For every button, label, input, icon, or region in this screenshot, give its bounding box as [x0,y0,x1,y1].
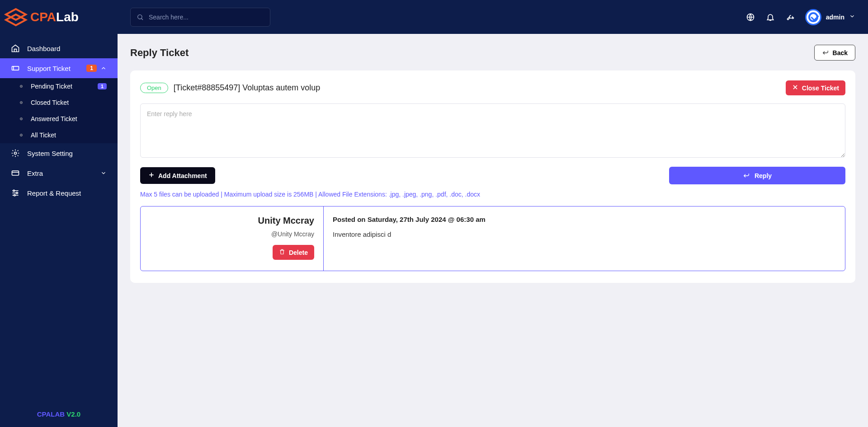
delete-label: Delete [289,249,308,256]
wrench-icon[interactable] [785,12,795,22]
sidebar: CPALab Dashboard Support Ticket 1 [0,0,118,427]
ticket-icon [11,64,20,73]
add-attachment-button[interactable]: Add Attachment [140,167,215,184]
sidebar-item-support-ticket[interactable]: Support Ticket 1 [0,58,118,78]
message-body: Inventore adipisci d [333,230,836,238]
reply-button[interactable]: Reply [669,167,845,184]
page-title: Reply Ticket [130,47,189,59]
count-badge: 1 [98,83,107,89]
avatar [805,9,821,25]
circle-icon [18,116,24,122]
sidebar-item-extra[interactable]: Extra [0,163,118,183]
svg-rect-0 [12,66,19,70]
sidebar-subitem-label: All Ticket [31,131,107,139]
search-input[interactable] [130,8,270,27]
card-icon [11,169,20,178]
sidebar-item-system-setting[interactable]: System Setting [0,143,118,163]
sidebar-subitem-answered-ticket[interactable]: Answered Ticket [0,111,118,127]
chevron-down-icon [100,170,107,176]
nav: Dashboard Support Ticket 1 Pending Ticke… [0,34,118,401]
sidebar-footer: CPALAB V2.0 [0,401,118,427]
sliders-icon [11,188,20,197]
upload-hint: Max 5 files can be uploaded | Maximum up… [140,191,845,198]
logo-icon [2,4,29,31]
message-posted: Posted on Saturday, 27th July 2024 @ 06:… [333,216,836,223]
sidebar-item-report-request[interactable]: Report & Request [0,183,118,203]
sidebar-item-label: Support Ticket [27,65,86,72]
svg-point-6 [21,119,22,119]
sidebar-subitem-closed-ticket[interactable]: Closed Ticket [0,94,118,111]
svg-point-13 [14,194,15,196]
sidebar-item-label: Report & Request [27,189,107,197]
close-ticket-label: Close Ticket [802,84,839,92]
search-icon [137,14,144,21]
search-wrap [130,8,270,27]
circle-icon [18,83,24,89]
sidebar-subitem-label: Answered Ticket [31,115,107,122]
message-handle: @Unity Mccray [150,230,314,238]
sidebar-item-label: System Setting [27,150,107,157]
reply-arrow-icon [822,48,829,57]
message-user: Unity Mccray [150,216,314,226]
svg-point-2 [21,86,22,87]
back-button[interactable]: Back [814,45,855,61]
plus-icon [148,172,155,179]
reply-textarea[interactable] [140,103,845,158]
svg-point-9 [14,152,17,155]
message-card: Unity Mccray @Unity Mccray Delete Posted… [140,206,845,271]
globe-icon[interactable] [745,12,755,22]
reply-arrow-icon [743,171,750,180]
circle-icon [18,132,24,138]
bell-icon[interactable] [765,12,775,22]
username: admin [826,14,844,21]
trash-icon [279,249,285,256]
close-icon [792,84,798,92]
content: Reply Ticket Back Open [Ticket#88855497]… [118,34,868,427]
sub-nav: Pending Ticket 1 Closed Ticket Answered … [0,78,118,143]
topbar: admin [118,0,868,34]
add-attachment-label: Add Attachment [158,172,207,179]
sidebar-subitem-label: Closed Ticket [31,99,107,106]
logo[interactable]: CPALab [0,0,118,34]
svg-point-8 [21,135,22,136]
svg-point-11 [13,190,14,191]
svg-point-4 [21,103,22,103]
chevron-down-icon [849,13,855,21]
sidebar-subitem-pending-ticket[interactable]: Pending Ticket 1 [0,78,118,94]
close-ticket-button[interactable]: Close Ticket [786,80,845,95]
chevron-up-icon [100,65,107,71]
sidebar-subitem-label: Pending Ticket [31,83,98,90]
gear-icon [11,149,20,158]
back-label: Back [833,49,848,56]
reply-label: Reply [755,172,772,179]
sidebar-item-label: Dashboard [27,45,107,52]
delete-button[interactable]: Delete [273,245,314,260]
logo-text: CPALab [30,10,79,24]
svg-rect-10 [12,171,19,175]
user-menu[interactable]: admin [805,9,855,25]
svg-point-12 [16,192,18,193]
badge: 1 [86,65,97,72]
sidebar-item-label: Extra [27,169,100,177]
circle-icon [18,99,24,106]
svg-point-14 [138,14,142,19]
sidebar-item-dashboard[interactable]: Dashboard [0,38,118,58]
sidebar-subitem-all-ticket[interactable]: All Ticket [0,127,118,143]
status-badge: Open [140,83,168,93]
ticket-title: [Ticket#88855497] Voluptas autem volup [174,83,786,93]
home-icon [11,44,20,53]
ticket-card: Open [Ticket#88855497] Voluptas autem vo… [130,70,855,283]
